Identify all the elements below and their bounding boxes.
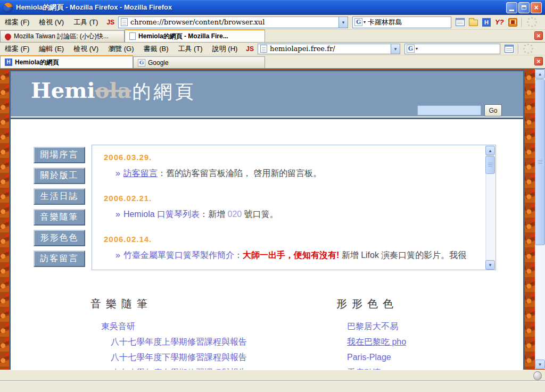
firefox-window: Hemiola的網頁 - Mozilla Firefox - Mozilla F… [0,0,545,392]
js-toggle[interactable]: JS [103,19,118,26]
news-scrollbar[interactable]: ▴ ▾ [485,146,495,270]
menu-item[interactable]: 檔案 (F) [0,44,34,54]
sidebar-panel-icon[interactable] [456,18,465,26]
news-text: ：舊的訪客留言板淪陷， 啓用新的留言板。 [158,169,321,178]
menu-item[interactable]: 檔案 (F) [0,18,34,27]
google-icon: G [407,45,415,53]
news-item: 2006.02.14. »竹臺金屬單簧口簧琴製作簡介：大師一出手，便知有沒有! … [104,235,474,262]
google-favicon: G [138,59,145,66]
scroll-up-button[interactable]: ▴ [535,69,545,79]
column-heading: 形形色色 [336,297,406,311]
news-text: 號口簧。 [242,210,278,219]
news-link[interactable]: 竹臺金屬單簧口簧琴製作簡介 [123,251,234,260]
document-favicon [129,32,136,40]
inner-menubar: 檔案 (F)編輯 (E)檢視 (V)瀏覽 (G)書籤 (B)工具 (T)說明 (… [0,44,242,54]
inner-status-bar [0,370,545,381]
google-icon: G [354,18,362,26]
scroll-thumb[interactable] [485,156,495,174]
nav-button[interactable]: 關於版工 [34,168,85,184]
column-link[interactable]: 東吳音研 [90,319,247,334]
nav-button[interactable]: 形形色色 [34,230,85,246]
news-date: 2006.02.14. [104,235,474,244]
tab-label: Hemiola的網頁 - Mozilla Fire... [138,32,228,41]
bullet-icon: » [115,210,120,219]
urlbar-dropdown-button[interactable]: ▾ [391,44,400,54]
outer-menubar: 檔案 (F)檢視 (V)工具 (T) [0,18,103,27]
column-link[interactable]: 巴黎居大不易 [336,319,406,334]
column-link[interactable]: 我在巴黎吃 pho [336,334,406,349]
nav-button[interactable]: 音樂隨筆 [34,209,85,226]
bookmarks-folder-icon[interactable] [469,20,478,26]
menu-item[interactable]: 工具 (T) [173,44,207,54]
column-link[interactable]: 八十八學年度上學期修習課程與報告 [90,365,247,370]
title-bar[interactable]: Hemiola的網頁 - Mozilla Firefox - Mozilla F… [0,0,545,15]
console-extension-icon[interactable] [508,18,517,27]
tab-google[interactable]: G Google [133,56,265,68]
go-button[interactable]: Go [484,104,502,116]
column-link[interactable]: 八十七學年度下學期修習課程與報告 [90,349,247,365]
menu-item[interactable]: 檢視 (V) [69,44,103,54]
column-link[interactable]: 看房點滴 [336,365,406,370]
outer-urlbar[interactable]: chrome://browser/content/browser.xul ▾ [118,16,348,28]
firefox-icon [3,3,13,12]
close-button[interactable]: × [531,2,542,13]
scroll-up-button[interactable]: ▴ [485,146,495,155]
tab-hemiola-inner[interactable]: H Hemiola的網頁 [0,55,133,68]
site-nav: 開場序言關於版工生活日誌音樂隨筆形形色色訪客留言 [34,147,85,267]
minimize-button[interactable] [506,2,517,13]
news-panel[interactable]: 2006.03.29. »訪客留言：舊的訪客留言板淪陷， 啓用新的留言板。 20… [92,145,496,270]
window-scrollbar[interactable]: ▴ ▾ [535,69,545,369]
menu-item[interactable]: 瀏覽 (G) [103,44,138,54]
news-highlight: 020 [228,210,242,219]
menu-item[interactable]: 工具 (T) [69,18,103,27]
restore-button[interactable] [518,2,530,13]
inner-url-text[interactable]: hemiolapei.free.fr/ [270,45,391,53]
scroll-thumb[interactable] [535,79,545,245]
urlbar-dropdown-button[interactable]: ▾ [338,17,348,28]
page-header: Hemiola的網頁 Go [11,71,523,119]
outer-searchbox[interactable]: G ▾ 卡羅林群島 [352,16,451,28]
search-engine-caret-icon[interactable]: ▾ [416,46,418,51]
news-text: ： [234,251,243,260]
tab-close-button[interactable]: ✕ [534,31,543,40]
nav-button[interactable]: 訪客留言 [34,251,85,267]
scroll-down-button[interactable]: ▾ [535,360,545,369]
menu-item[interactable]: 編輯 (E) [34,44,69,54]
outer-toolbar: 檔案 (F)檢視 (V)工具 (T) JS chrome://browser/c… [0,15,545,30]
tab-close-button[interactable]: ✕ [534,57,543,65]
scroll-down-button[interactable]: ▾ [485,260,495,270]
logo-part-cjk: 的網頁 [133,81,196,102]
outer-url-text[interactable]: chrome://browser/content/browser.xul [130,18,338,26]
search-engine-caret-icon[interactable]: ▾ [364,20,366,24]
column-music: 音樂隨筆 東吳音研八十七學年度上學期修習課程與報告八十七學年度下學期修習課程與報… [90,297,247,370]
nav-button[interactable]: 開場序言 [34,147,85,163]
js-toggle[interactable]: JS [242,45,258,53]
tab-mozilla-taiwan[interactable]: Mozilla Taiwan 討論區: (小心)快... [0,30,125,42]
news-link[interactable]: Hemiola 口簧琴列表 [123,210,200,219]
news-text: ：新增 [200,210,227,219]
site-search-input[interactable] [417,105,481,115]
h-extension-icon[interactable]: H [482,18,491,27]
logo-part: Hemi [31,78,95,103]
inner-searchbox[interactable]: G ▾ [404,44,500,54]
column-link[interactable]: Paris-Plage [336,349,406,365]
yahoo-icon[interactable]: Y? [495,18,504,26]
news-link[interactable]: 訪客留言 [123,169,158,178]
news-alert-text: 大師一出手，便知有沒有! [243,251,339,260]
inner-tabbar: H Hemiola的網頁 G Google ✕ [0,55,545,69]
nav-button[interactable]: 生活日誌 [34,188,85,205]
menu-item[interactable]: 檢視 (V) [34,18,69,27]
toolbar-separator [518,44,518,54]
outer-tabbar: Mozilla Taiwan 討論區: (小心)快... Hemiola的網頁 … [0,30,545,43]
tab-label: Mozilla Taiwan 討論區: (小心)快... [14,32,109,41]
tab-hemiola-outer[interactable]: Hemiola的網頁 - Mozilla Fire... [125,29,265,42]
window-title: Hemiola的網頁 - Mozilla Firefox - Mozilla F… [16,3,172,12]
outer-search-text[interactable]: 卡羅林群島 [368,18,451,27]
column-link[interactable]: 八十七學年度上學期修習課程與報告 [90,334,247,349]
page-container: Hemiola的網頁 Go 開場序言關於版工生活日誌音樂隨筆形形色色訪客留言 2… [9,70,525,370]
page-icon [121,18,128,26]
menu-item[interactable]: 說明 (H) [208,44,243,54]
sidebar-panel-icon[interactable] [505,45,514,53]
inner-urlbar[interactable]: hemiolapei.free.fr/ ▾ [258,44,400,54]
menu-item[interactable]: 書籤 (B) [139,44,174,54]
